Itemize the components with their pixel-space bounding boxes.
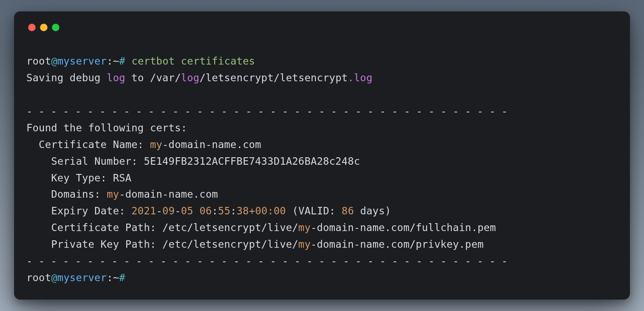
keypath-line: Private Key Path: /etc/letsencrypt/live/… — [26, 239, 484, 250]
label: Certificate Path: /etc/letsencrypt/live/ — [26, 222, 298, 233]
close-icon[interactable] — [28, 24, 36, 31]
cert-name-line: Certificate Name: my-domain-name.com — [26, 139, 261, 150]
text-log: .log — [348, 72, 373, 83]
label: Private Key Path: /etc/letsencrypt/live/ — [26, 239, 298, 250]
text: /letsencrypt/letsencrypt — [199, 72, 348, 83]
label: Domains: — [26, 188, 107, 200]
num: 55 — [218, 205, 231, 217]
text-log: log — [181, 72, 199, 83]
output-saving-line: Saving debug log to /var/log/letsencrypt… — [26, 72, 373, 83]
text: Saving debug — [26, 72, 107, 83]
value: my — [150, 139, 162, 150]
value: -domain-name.com — [119, 188, 218, 200]
value: -domain-name.com — [162, 139, 261, 150]
terminal-body[interactable]: root@myserver:~# certbot certificates Sa… — [26, 53, 618, 286]
text: days) — [354, 205, 391, 217]
label: Serial Number: — [26, 156, 144, 167]
window-titlebar — [28, 24, 618, 31]
prompt-path: ~ — [113, 55, 119, 67]
value: my — [298, 239, 311, 250]
prompt-user: root — [26, 272, 51, 283]
text: (VALID: — [286, 205, 341, 217]
dash-separator: - - - - - - - - - - - - - - - - - - - - … — [26, 105, 508, 117]
prompt-at: @ — [51, 55, 57, 67]
num: 06 — [199, 205, 212, 217]
value: RSA — [113, 172, 132, 184]
prompt-user: root — [26, 55, 51, 67]
sep: : — [212, 205, 218, 217]
found-line: Found the following certs: — [26, 122, 187, 134]
prompt-hash: # — [119, 272, 125, 283]
terminal-window: root@myserver:~# certbot certificates Sa… — [14, 11, 630, 300]
prompt-line: root@myserver:~# certbot certificates — [26, 55, 255, 67]
sep — [193, 205, 199, 217]
label: Certificate Name: — [26, 139, 150, 150]
sep: - — [175, 205, 181, 217]
text: to /var/ — [125, 72, 181, 83]
prompt-sep: : — [107, 272, 113, 283]
serial-line: Serial Number: 5E149FB2312ACFFBE7433D1A2… — [26, 156, 360, 167]
num: 38 — [237, 205, 249, 217]
prompt-host: myserver — [57, 55, 106, 67]
label: Key Type: — [26, 172, 113, 184]
prompt-sep: : — [107, 55, 113, 67]
prompt-at: @ — [51, 272, 57, 283]
certpath-line: Certificate Path: /etc/letsencrypt/live/… — [26, 222, 496, 233]
num: 2021 — [132, 205, 156, 217]
num: 05 — [181, 205, 193, 217]
sep: : — [231, 205, 237, 217]
num: 86 — [342, 205, 354, 217]
num: 09 — [162, 205, 175, 217]
num: +00:00 — [249, 205, 286, 217]
dash-separator: - - - - - - - - - - - - - - - - - - - - … — [26, 255, 508, 267]
maximize-icon[interactable] — [52, 24, 59, 31]
domains-line: Domains: my-domain-name.com — [26, 188, 218, 200]
value: -domain-name.com/fullchain.pem — [311, 222, 496, 233]
value: my — [298, 222, 311, 233]
prompt-path: ~ — [113, 272, 119, 283]
command-name: certbot — [132, 55, 175, 67]
value: -domain-name.com/privkey.pem — [311, 239, 483, 250]
expiry-line: Expiry Date: 2021-09-05 06:55:38+00:00 (… — [26, 205, 391, 217]
value: 5E149FB2312ACFFBE7433D1A26BA28c248c — [144, 156, 360, 167]
sep: - — [156, 205, 162, 217]
text-log: log — [107, 72, 125, 83]
prompt-line: root@myserver:~# — [26, 272, 125, 283]
keytype-line: Key Type: RSA — [26, 172, 132, 184]
prompt-host: myserver — [57, 272, 106, 283]
minimize-icon[interactable] — [40, 24, 48, 31]
value: my — [107, 188, 119, 200]
prompt-hash: # — [119, 55, 125, 67]
command-arg: certificates — [181, 55, 255, 67]
label: Expiry Date: — [26, 205, 132, 217]
